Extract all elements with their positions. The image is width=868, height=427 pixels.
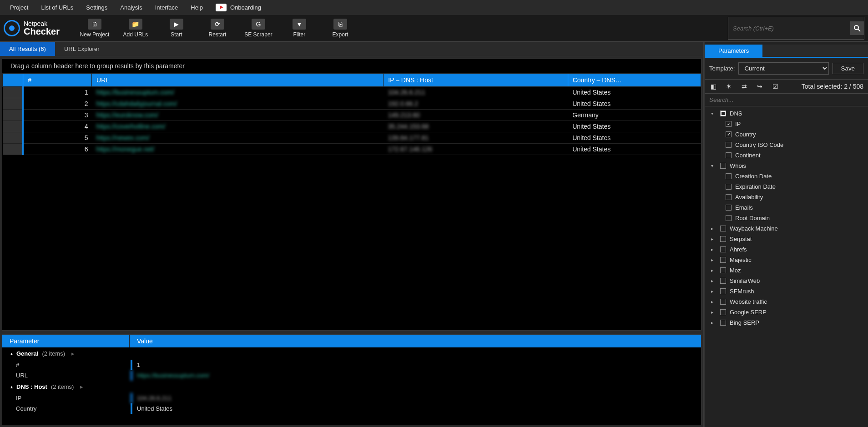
cell-url[interactable]: https://monegue.net/ xyxy=(92,144,384,155)
tree-group-bing-serp[interactable]: ▸Bing SERP xyxy=(705,317,868,328)
cell-url[interactable]: https://cdahdailyjournal.com/ xyxy=(92,98,384,110)
swap-icon[interactable]: ⇄ xyxy=(740,82,748,90)
tree-group-semrush[interactable]: ▸SEMrush xyxy=(705,286,868,296)
tree-group-google-serp[interactable]: ▸Google SERP xyxy=(705,307,868,317)
tree-item-root-domain[interactable]: Root Domain xyxy=(705,213,868,223)
sidebar-tab-parameters[interactable]: Parameters xyxy=(705,45,762,57)
tab-all-results[interactable]: All Results (6) xyxy=(0,42,55,56)
add-urls-button[interactable]: 📁Add URLs xyxy=(118,17,153,40)
checkbox[interactable] xyxy=(726,173,732,179)
tree-item-creation-date[interactable]: Creation Date xyxy=(705,171,868,181)
new-project-icon: 🗎 xyxy=(88,19,101,30)
tree-item-ip[interactable]: IP xyxy=(705,119,868,129)
menu-list-of-urls[interactable]: List of URLs xyxy=(35,1,80,14)
details-group[interactable]: ▴ DNS : Host (2 items) ▸ xyxy=(2,381,701,393)
details-row[interactable]: CountryUnited States xyxy=(2,403,701,414)
tree-group-dns[interactable]: ▾DNS xyxy=(705,108,868,119)
menu-help[interactable]: Help xyxy=(184,1,209,14)
details-row[interactable]: IP104.26.6.211 xyxy=(2,393,701,403)
tree-item-continent[interactable]: Continent xyxy=(705,150,868,161)
restart-button[interactable]: ⟳Restart xyxy=(200,17,235,40)
cell-url[interactable]: https://newex.com/ xyxy=(92,132,384,144)
filter-button[interactable]: ▼Filter xyxy=(282,17,317,40)
new-project-button[interactable]: 🗎New Project xyxy=(77,17,112,40)
onboarding-button[interactable]: Onboarding xyxy=(211,4,266,11)
template-save-button[interactable]: Save xyxy=(833,63,863,74)
tree-group-serpstat[interactable]: ▸Serpstat xyxy=(705,234,868,244)
details-col-value[interactable]: Value xyxy=(130,335,701,347)
checkbox[interactable] xyxy=(726,152,732,158)
tab-url-explorer[interactable]: URL Explorer xyxy=(55,42,109,56)
logo-text-bottom: Checker xyxy=(24,27,60,36)
table-row[interactable]: 1https://businessupturn.com/104.26.6.211… xyxy=(3,87,701,98)
checkbox[interactable] xyxy=(720,278,726,284)
checkbox[interactable] xyxy=(726,184,732,190)
tree-group-website-traffic[interactable]: ▸Website traffic xyxy=(705,296,868,307)
tree-group-whois[interactable]: ▾Whois xyxy=(705,161,868,171)
checkbox[interactable] xyxy=(726,215,732,221)
tree-group-majestic[interactable]: ▸Majestic xyxy=(705,255,868,265)
tree-item-availability[interactable]: Availability xyxy=(705,192,868,202)
checkbox[interactable] xyxy=(720,267,726,273)
forward-icon[interactable]: ↪ xyxy=(756,82,764,90)
tree-group-similarweb[interactable]: ▸SimilarWeb xyxy=(705,276,868,286)
cell-url[interactable]: https://businessupturn.com/ xyxy=(92,87,384,98)
tree-item-country[interactable]: Country xyxy=(705,129,868,140)
check-all-icon[interactable]: ☑ xyxy=(771,82,779,90)
checkbox[interactable] xyxy=(720,111,726,116)
tree-item-emails[interactable]: Emails xyxy=(705,202,868,213)
menu-project[interactable]: Project xyxy=(4,1,35,14)
checkbox[interactable] xyxy=(720,163,726,169)
tree-item-country-iso-code[interactable]: Country ISO Code xyxy=(705,140,868,150)
details-row[interactable]: URLhttps://businessupturn.com/ xyxy=(2,370,701,381)
checkbox[interactable] xyxy=(720,288,726,294)
col-url[interactable]: URL xyxy=(92,74,384,87)
checkbox[interactable] xyxy=(720,236,726,242)
checkbox[interactable] xyxy=(726,121,732,127)
checkbox[interactable] xyxy=(720,309,726,315)
checkbox[interactable] xyxy=(720,257,726,263)
table-row[interactable]: 5https://newex.com/139.84.177.81United S… xyxy=(3,132,701,144)
table-row[interactable]: 6https://monegue.net/172.67.146.126Unite… xyxy=(3,144,701,155)
details-group[interactable]: ▴ General (2 items) ▸ xyxy=(2,347,701,360)
table-row[interactable]: 3https://euroknow.com/149.213.60Germany xyxy=(3,110,701,121)
menu-analysis[interactable]: Analysis xyxy=(114,1,148,14)
details-row[interactable]: #1 xyxy=(2,360,701,370)
col-num[interactable]: # xyxy=(23,74,92,87)
checkbox[interactable] xyxy=(726,131,732,137)
search-input[interactable] xyxy=(728,22,850,35)
search-button[interactable] xyxy=(850,21,864,35)
collapse-icon[interactable]: ✶ xyxy=(725,82,733,90)
tree-group-wayback-machine[interactable]: ▸Wayback Machine xyxy=(705,223,868,234)
cell-num: 2 xyxy=(23,98,92,110)
cell-url[interactable]: https://coverhotline.com/ xyxy=(92,121,384,132)
checkbox[interactable] xyxy=(720,299,726,305)
tree-item-expiration-date[interactable]: Expiration Date xyxy=(705,181,868,192)
menu-interface[interactable]: Interface xyxy=(149,1,185,14)
checkbox[interactable] xyxy=(726,142,732,148)
checkbox[interactable] xyxy=(726,205,732,211)
checkbox[interactable] xyxy=(720,246,726,252)
table-row[interactable]: 2https://cdahdailyjournal.com/192.0.66.2… xyxy=(3,98,701,110)
main-tabs: All Results (6) URL Explorer xyxy=(0,42,703,56)
export-button[interactable]: ⎘Export xyxy=(323,17,358,40)
template-select[interactable]: Current xyxy=(738,62,828,75)
checkbox[interactable] xyxy=(726,194,732,200)
group-by-hint[interactable]: Drag a column header here to group resul… xyxy=(2,59,701,73)
erase-icon[interactable]: ◧ xyxy=(709,82,717,90)
chevron-icon: ▾ xyxy=(711,163,717,168)
cell-url[interactable]: https://euroknow.com/ xyxy=(92,110,384,121)
tree-group-ahrefs[interactable]: ▸Ahrefs xyxy=(705,244,868,255)
checkbox[interactable] xyxy=(720,320,726,326)
menu-settings[interactable]: Settings xyxy=(80,1,114,14)
checkbox[interactable] xyxy=(720,226,726,231)
col-ip[interactable]: IP – DNS : Host xyxy=(384,74,568,87)
col-country[interactable]: Country – DNS… xyxy=(568,74,701,87)
se-scraper-button[interactable]: GSE Scraper xyxy=(241,17,276,40)
tree-group-moz[interactable]: ▸Moz xyxy=(705,265,868,276)
global-search[interactable] xyxy=(728,17,864,40)
parameter-search-input[interactable] xyxy=(705,94,868,106)
details-col-parameter[interactable]: Parameter xyxy=(2,335,130,347)
start-button[interactable]: ▶Start xyxy=(159,17,194,40)
table-row[interactable]: 4https://coverhotline.com/35.244.153.68U… xyxy=(3,121,701,132)
